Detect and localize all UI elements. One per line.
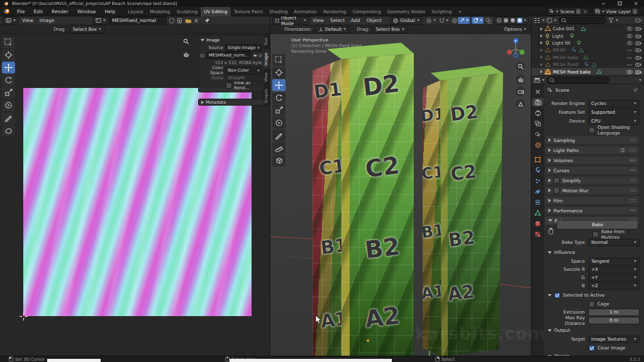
vp-drag-dropdown[interactable]: Select Box bbox=[373, 25, 408, 33]
unlink-scene-icon[interactable] bbox=[583, 9, 587, 14]
expand-icon[interactable] bbox=[540, 48, 542, 52]
tab-view-layer[interactable] bbox=[532, 119, 543, 128]
chevron-down-icon[interactable] bbox=[433, 19, 436, 21]
image-editor-menu-view[interactable]: View bbox=[19, 18, 36, 23]
measure-tool[interactable] bbox=[272, 142, 286, 154]
selected-to-active-checkbox[interactable] bbox=[554, 292, 560, 299]
disable-render-camera-icon[interactable] bbox=[635, 62, 641, 67]
hide-eye-icon-closed[interactable] bbox=[626, 55, 633, 60]
selected-to-active-subpanel-header[interactable]: Selected to Active bbox=[548, 292, 639, 299]
outliner-row-cube-001[interactable]: Cube 001 bbox=[531, 25, 644, 32]
annotate-tool[interactable] bbox=[2, 112, 15, 124]
presets-icon[interactable] bbox=[619, 148, 625, 153]
rendered-shading-icon[interactable] bbox=[517, 18, 523, 23]
chevron-down-icon[interactable] bbox=[554, 19, 557, 21]
display-mode-icon[interactable] bbox=[534, 18, 540, 23]
sidebar-tab-view[interactable]: View bbox=[264, 69, 270, 85]
section-film[interactable]: Film bbox=[545, 197, 639, 204]
viewport-menu-add[interactable]: Add bbox=[348, 18, 364, 23]
chevron-down-icon[interactable] bbox=[542, 19, 545, 21]
section-light-paths[interactable]: Light Paths bbox=[545, 146, 639, 154]
transform-tool[interactable] bbox=[2, 99, 15, 111]
tab-scene[interactable] bbox=[532, 130, 543, 138]
swizzle-b-dropdown[interactable]: +Z bbox=[588, 282, 640, 290]
editor-type-button[interactable] bbox=[3, 16, 19, 25]
section-motion-blur[interactable]: Motion Blur bbox=[545, 187, 639, 194]
zoom-icon[interactable] bbox=[516, 62, 525, 71]
blender-menu-icon[interactable] bbox=[4, 8, 10, 14]
expand-icon[interactable] bbox=[540, 35, 542, 38]
select-box-tool[interactable] bbox=[2, 36, 15, 48]
mode-dropdown[interactable]: Object Mode bbox=[272, 16, 309, 25]
tab-modifiers[interactable] bbox=[532, 166, 543, 174]
close-button[interactable] bbox=[628, 0, 644, 7]
disable-render-camera-icon[interactable] bbox=[635, 55, 641, 60]
scene-selector[interactable]: Scene bbox=[547, 8, 590, 16]
influence-subpanel-header[interactable]: Influence bbox=[548, 249, 639, 256]
uv-texture-image[interactable] bbox=[23, 88, 252, 316]
solid-shading-icon[interactable] bbox=[503, 18, 509, 23]
expand-icon[interactable] bbox=[540, 56, 542, 59]
tab-physics[interactable] bbox=[532, 187, 543, 195]
proportional-edit-icon[interactable] bbox=[452, 18, 458, 24]
tab-constraints[interactable] bbox=[532, 198, 543, 206]
options-dropdown[interactable]: Options bbox=[504, 26, 526, 32]
menu-help[interactable]: Help bbox=[100, 9, 119, 14]
add-cube-tool[interactable] bbox=[272, 155, 286, 167]
pivot-point-icon[interactable] bbox=[426, 18, 432, 24]
output-subpanel-header[interactable]: Output bbox=[548, 327, 639, 334]
scale-tool[interactable] bbox=[272, 104, 286, 116]
pin-icon[interactable] bbox=[633, 87, 638, 93]
tab-world[interactable] bbox=[532, 141, 543, 149]
maximize-button[interactable] bbox=[611, 0, 628, 7]
filter-dropdown-icon[interactable] bbox=[639, 79, 641, 81]
chevron-down-icon[interactable] bbox=[542, 79, 545, 81]
unlink-image-icon[interactable] bbox=[194, 18, 199, 23]
hide-eye-icon-closed[interactable] bbox=[626, 62, 633, 67]
menu-window[interactable]: Window bbox=[73, 9, 101, 14]
tab-geometry-nodes[interactable]: Geometry Nodes bbox=[384, 7, 429, 16]
color-space-dropdown[interactable]: Non-Color bbox=[225, 67, 262, 74]
tab-render[interactable] bbox=[532, 98, 543, 106]
open-image-folder-icon[interactable] bbox=[185, 18, 192, 24]
add-workspace-button[interactable]: + bbox=[455, 7, 465, 16]
hide-eye-icon[interactable] bbox=[626, 34, 633, 38]
move-tool[interactable] bbox=[2, 62, 15, 74]
wireframe-shading-icon[interactable] bbox=[496, 18, 502, 23]
minimize-button[interactable] bbox=[595, 0, 611, 7]
filter-funnel-icon[interactable] bbox=[608, 18, 614, 23]
pan-hand-icon[interactable] bbox=[181, 49, 191, 58]
show-gizmo-toggle[interactable] bbox=[458, 17, 470, 24]
new-collection-icon[interactable] bbox=[635, 18, 641, 23]
tab-output[interactable] bbox=[532, 109, 543, 117]
tab-animation[interactable]: Animation bbox=[291, 7, 320, 16]
outliner-row-light-fill[interactable]: Light fill bbox=[531, 40, 644, 47]
section-volumes[interactable]: Volumes bbox=[545, 156, 639, 164]
sidebar-tab-scopes[interactable]: Scopes bbox=[264, 85, 270, 106]
section-curves[interactable]: Curves bbox=[545, 167, 639, 174]
material-shading-icon[interactable] bbox=[510, 18, 516, 23]
hide-eye-icon[interactable] bbox=[626, 70, 633, 74]
camera-view-icon[interactable] bbox=[516, 87, 525, 96]
xray-toggle-icon[interactable] bbox=[486, 18, 492, 24]
menu-file[interactable]: File bbox=[13, 9, 30, 14]
target-dropdown[interactable]: Image Textures bbox=[588, 336, 640, 343]
rotate-tool[interactable] bbox=[272, 92, 286, 104]
new-scene-icon[interactable] bbox=[576, 9, 581, 14]
clear-image-checkbox[interactable] bbox=[589, 345, 595, 351]
orientation-gizmo[interactable] bbox=[504, 36, 527, 59]
outliner-row-mesh[interactable]: MESH bbox=[531, 47, 644, 53]
viewport-menu-select[interactable]: Select bbox=[327, 18, 348, 23]
expand-icon[interactable] bbox=[540, 70, 542, 74]
hide-eye-icon-closed[interactable] bbox=[626, 48, 633, 52]
outliner-row-mesh-fixed-bake[interactable]: MESH fixed bake bbox=[531, 68, 644, 75]
expand-icon[interactable] bbox=[540, 27, 542, 30]
image-editor-menu-image[interactable]: Image bbox=[36, 18, 58, 23]
sidebar-tab-tool[interactable]: Tool bbox=[264, 35, 270, 49]
disable-render-camera-icon[interactable] bbox=[635, 48, 641, 52]
swizzle-g-dropdown[interactable]: +Y bbox=[588, 274, 640, 282]
tab-modeling[interactable]: Modeling bbox=[147, 7, 174, 16]
chevron-down-icon[interactable] bbox=[524, 19, 526, 21]
filter-objects-icon[interactable] bbox=[547, 18, 552, 23]
zoom-icon[interactable] bbox=[181, 36, 191, 46]
